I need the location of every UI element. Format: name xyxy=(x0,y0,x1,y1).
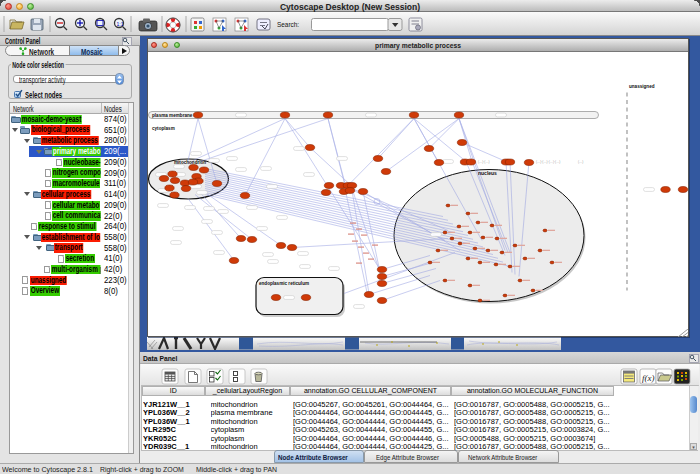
svg-text:nucleus: nucleus xyxy=(478,169,497,175)
svg-text:mitochondrion: mitochondrion xyxy=(174,160,206,165)
svg-text:cytoplasm: cytoplasm xyxy=(152,125,175,130)
svg-text:f(x): f(x) xyxy=(642,373,655,383)
svg-text:1:1: 1:1 xyxy=(117,21,124,27)
svg-text:(…)·(…)·(…)·(…): (…)·(…)·(…)·(…) xyxy=(536,160,560,164)
svg-text:endoplasmic reticulum: endoplasmic reticulum xyxy=(259,280,309,285)
svg-text:(…)·(…): (…)·(…) xyxy=(478,160,490,164)
svg-text:unassigned: unassigned xyxy=(629,83,655,88)
svg-text:(…): (…) xyxy=(578,160,583,164)
svg-text:plasma membrane: plasma membrane xyxy=(152,113,193,118)
